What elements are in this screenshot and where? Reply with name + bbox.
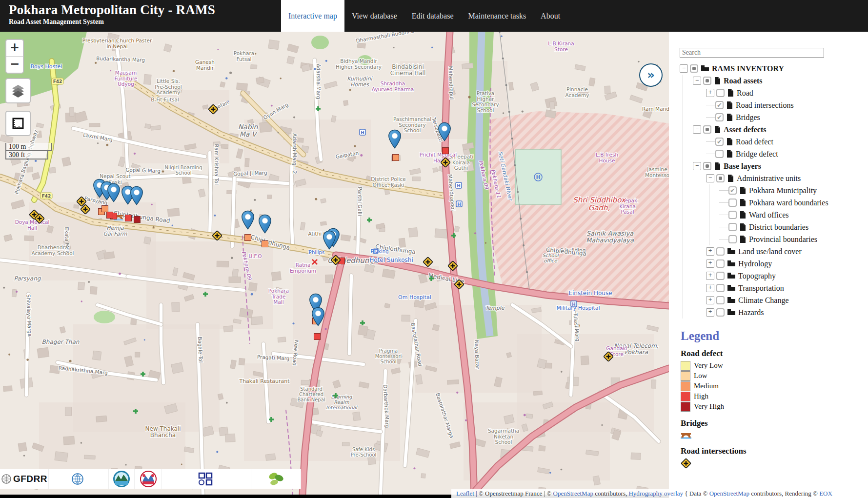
tree-expander[interactable]: + (706, 89, 714, 97)
tree-expander[interactable]: − (706, 174, 714, 182)
tree-checkbox[interactable]: ✔ (715, 101, 724, 109)
nav-item-view-database[interactable]: View database (344, 0, 404, 32)
map-label: B-Fit Futsal (151, 97, 179, 102)
tree-checkbox[interactable] (690, 64, 698, 73)
nav-item-maintenance-tasks[interactable]: Maintenance tasks (461, 0, 533, 32)
tree-checkbox[interactable] (716, 308, 725, 317)
search-input[interactable] (680, 48, 824, 58)
tree-item-label[interactable]: Road assets (724, 77, 763, 85)
tree-item-label[interactable]: Bridges (736, 113, 760, 122)
legend-row-very-high: Very High (681, 401, 868, 412)
tree-checkbox[interactable] (716, 284, 725, 292)
tree-checkbox[interactable]: ✔ (715, 138, 724, 146)
file-icon (714, 77, 721, 84)
nav-item-edit-database[interactable]: Edit database (404, 0, 461, 32)
road-defect-marker[interactable] (107, 212, 113, 219)
tree-item-label[interactable]: Climate Change (738, 296, 789, 305)
legend-title: Legend (681, 329, 868, 343)
tree-checkbox[interactable] (728, 211, 737, 219)
tree-checkbox[interactable] (716, 247, 725, 256)
attribution-link[interactable]: OpenStreetMap (553, 490, 593, 497)
attribution-link[interactable]: Hydrography overlay (628, 490, 683, 497)
road-defect-marker[interactable] (262, 241, 268, 247)
map-label: StandardCharteredBank Nepal (297, 386, 325, 402)
tree-expander[interactable]: − (693, 162, 701, 170)
road-defect-marker[interactable] (245, 235, 251, 241)
legend-intersections-title: Road intersections (681, 446, 868, 456)
map-canvas[interactable]: Boys HostelPresbyterian Church Pasterin … (0, 32, 669, 495)
tree-expander[interactable]: − (680, 64, 688, 73)
file-icon (740, 236, 746, 243)
layers-control-button[interactable] (5, 78, 31, 103)
tree-expander[interactable]: − (693, 77, 701, 85)
tree-item-label[interactable]: Road intersections (736, 101, 794, 110)
nav-item-interactive-map[interactable]: Interactive map (281, 0, 344, 32)
tree-checkbox[interactable] (716, 89, 725, 97)
tree-item-label[interactable]: Base layers (724, 162, 761, 171)
map-label: HemjaGai Farm (103, 225, 127, 237)
tree-item-hydrology: +Hydrology (669, 258, 868, 270)
tree-item-label[interactable]: District boundaries (749, 223, 808, 232)
map-label: District PoliceOffice, Kaski (371, 176, 406, 188)
tree-item-label[interactable]: Asset defects (724, 125, 767, 134)
attribution-link[interactable]: EOX (819, 490, 832, 497)
tree-item-label[interactable]: Pokhara ward boundaries (749, 199, 828, 207)
map-label: Adarsha Marg (316, 64, 322, 100)
map-label: JasmineMontesso (645, 166, 669, 178)
sidebar-toggle-button[interactable]: » (639, 63, 663, 87)
tree-expander[interactable]: − (693, 125, 701, 134)
nav-item-about[interactable]: About (533, 0, 567, 32)
tree-checkbox[interactable] (703, 162, 711, 170)
zoom-out-button[interactable]: − (6, 57, 23, 73)
road-defect-marker[interactable] (393, 155, 399, 161)
tree-item-label[interactable]: Topography (738, 272, 776, 280)
tree-checkbox[interactable]: ✔ (715, 113, 724, 121)
tree-checkbox[interactable] (728, 235, 737, 243)
map-label: Gopal Ji Marg (233, 170, 267, 177)
tree-checkbox[interactable] (716, 174, 725, 182)
tree-item-label[interactable]: Hazards (738, 308, 764, 317)
tree-item-label[interactable]: Hydrology (738, 259, 772, 268)
tree-expander[interactable]: + (706, 296, 714, 304)
tree-checkbox[interactable] (703, 77, 711, 85)
map-label: Safe KidsPre-School (351, 447, 377, 458)
attribution-link[interactable]: Leaflet (456, 490, 474, 497)
tree-checkbox[interactable] (715, 150, 724, 158)
partner-logos: GFDRR (0, 469, 301, 489)
hospital-icon: H (360, 129, 365, 135)
tree-expander[interactable]: + (706, 308, 714, 317)
attribution-link[interactable]: OpenStreetMap (709, 490, 749, 497)
tree-checkbox[interactable] (703, 125, 711, 134)
tree-item-label[interactable]: Road (737, 89, 753, 98)
tree-checkbox[interactable] (728, 199, 737, 207)
tree-checkbox[interactable] (716, 272, 725, 280)
tree-item-label[interactable]: RAMS INVENTORY (712, 64, 784, 73)
tree-item-label[interactable]: Land use/land cover (738, 247, 802, 256)
tree-item-label[interactable]: Road defect (736, 138, 773, 146)
tree-item-label[interactable]: Ward offices (749, 211, 789, 219)
road-defect-marker[interactable] (125, 215, 132, 221)
tree-checkbox[interactable] (716, 259, 725, 268)
road-defect-marker[interactable] (314, 334, 321, 340)
tree-expander[interactable]: + (706, 247, 714, 256)
tree-item-label[interactable]: Administrative units (737, 174, 801, 183)
road-defect-marker[interactable] (443, 148, 449, 154)
tree-item-label[interactable]: Bridge defect (736, 150, 778, 159)
tree-item-climate-change: +Climate Change (669, 294, 868, 306)
zoom-in-button[interactable]: + (6, 40, 23, 57)
tree-item-label[interactable]: Transportation (738, 284, 784, 293)
tree-expander[interactable]: + (706, 272, 714, 280)
tree-checkbox[interactable]: ✔ (728, 186, 737, 195)
map-label: Panthi Galli (357, 187, 363, 216)
tree-item-label[interactable]: Provincial boundaries (749, 235, 817, 244)
layers-icon (11, 83, 25, 98)
road-defect-marker[interactable] (102, 206, 108, 212)
tree-expander[interactable]: + (706, 284, 714, 292)
tree-checkbox[interactable] (728, 223, 737, 231)
tree-item-road-assets: −Road assets (669, 75, 868, 87)
measure-control-button[interactable] (5, 111, 31, 136)
road-defect-marker[interactable] (134, 217, 141, 223)
tree-expander[interactable]: + (706, 259, 714, 268)
tree-checkbox[interactable] (716, 296, 725, 304)
tree-item-label[interactable]: Pokhara Municipality (749, 186, 817, 195)
